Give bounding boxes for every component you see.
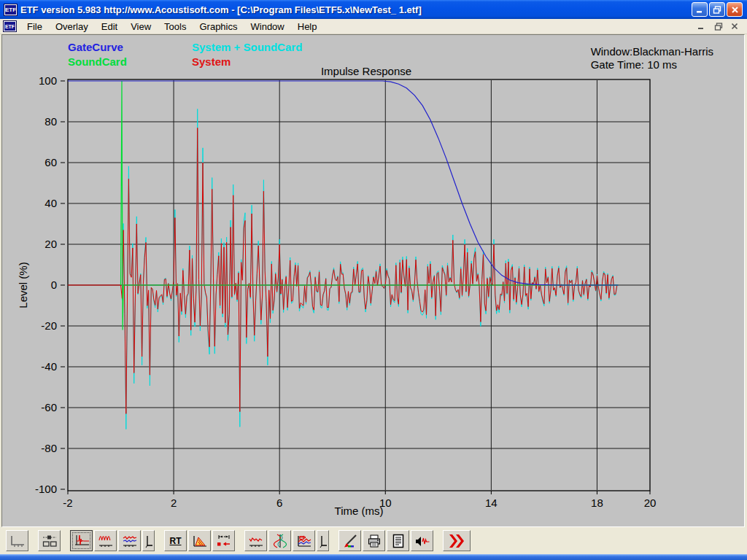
- menu-items: FileOverlayEditViewToolsGraphicsWindowHe…: [20, 19, 695, 34]
- taskbar-edge[interactable]: [0, 554, 747, 560]
- rt-label: RT: [170, 536, 182, 546]
- minimize-button[interactable]: [692, 2, 708, 17]
- legend-item: SoundCard: [68, 55, 192, 70]
- waterfall-icon: [191, 534, 209, 548]
- minimize-icon: [695, 6, 704, 13]
- legend-item: System + SoundCard: [192, 41, 316, 55]
- impulse-response-plot: 100806040200-20-40-60-80-100-22610141820: [2, 35, 746, 528]
- overlay-curves-icon: [121, 534, 139, 548]
- speaker-test-button[interactable]: [411, 530, 433, 551]
- menu-item-help[interactable]: Help: [291, 20, 324, 34]
- svg-text:40: 40: [44, 197, 57, 209]
- level-settings-icon: [41, 534, 58, 548]
- time-axis-icon: [9, 534, 26, 548]
- menu-item-graphics[interactable]: Graphics: [193, 20, 244, 34]
- waterfall-button[interactable]: [188, 530, 211, 551]
- svg-text:20: 20: [44, 238, 57, 250]
- time-axis-button[interactable]: [6, 530, 28, 551]
- y-axis-label: Level (%): [17, 262, 29, 308]
- speaker-test-icon: [414, 534, 431, 548]
- mdi-close-icon: [731, 23, 739, 30]
- mdi-restore-button[interactable]: [712, 21, 724, 31]
- mdi-minimize-icon: [697, 23, 705, 30]
- play-icon: [446, 533, 468, 549]
- menu-bar: ETF FileOverlayEditViewToolsGraphicsWind…: [0, 19, 747, 34]
- axis-small-button-2[interactable]: [317, 530, 329, 551]
- title-bar: ETF ETF version 5.983 http://www.Acousti…: [0, 0, 747, 19]
- impulse-response-button[interactable]: [70, 530, 93, 551]
- svg-text:18: 18: [591, 497, 603, 509]
- mdi-close-button[interactable]: [729, 21, 741, 31]
- svg-text:14: 14: [485, 497, 498, 509]
- color-edit-button[interactable]: [338, 530, 361, 551]
- analysis-info: Window:Blackman-Harris Gate Time: 10 ms: [591, 45, 713, 71]
- legend-item: GateCurve: [68, 41, 192, 55]
- axis-small-icon: [144, 534, 153, 548]
- axis-small-button-1[interactable]: [142, 530, 155, 551]
- play-measure-button[interactable]: [443, 530, 471, 551]
- legend: GateCurveSoundCardSystem + SoundCardSyst…: [68, 41, 316, 70]
- svg-text:20: 20: [644, 497, 657, 509]
- svg-text:0: 0: [51, 279, 57, 291]
- svg-text:-100: -100: [35, 483, 57, 495]
- report-button[interactable]: [387, 530, 409, 551]
- print-icon: [365, 534, 383, 548]
- menu-item-window[interactable]: Window: [244, 20, 291, 34]
- svg-text:80: 80: [44, 115, 57, 128]
- print-button[interactable]: [363, 530, 385, 551]
- mdi-minimize-button[interactable]: [695, 21, 708, 31]
- menu-item-overlay[interactable]: Overlay: [49, 20, 95, 34]
- combined-chart-icon: [295, 534, 313, 548]
- close-icon: [731, 6, 739, 14]
- mdi-restore-icon: [714, 23, 723, 31]
- bottom-toolbar: RT: [0, 527, 747, 554]
- menu-item-view[interactable]: View: [124, 20, 158, 34]
- app-icon[interactable]: ETF: [4, 4, 17, 15]
- close-button[interactable]: [727, 2, 743, 17]
- rt-reverb-time-button[interactable]: RT: [164, 530, 187, 551]
- frequency-response-icon: [97, 534, 115, 548]
- phase-waves-button[interactable]: [268, 530, 291, 551]
- menu-item-file[interactable]: File: [20, 20, 49, 34]
- report-icon: [390, 534, 407, 548]
- x-axis-label: Time (ms): [286, 505, 432, 517]
- menu-item-edit[interactable]: Edit: [95, 20, 124, 34]
- svg-text:60: 60: [44, 156, 57, 168]
- svg-text:2: 2: [171, 497, 177, 509]
- response-chart-icon: [247, 534, 265, 548]
- svg-text:-80: -80: [41, 442, 57, 454]
- frequency-response-button[interactable]: [94, 530, 117, 551]
- phase-waves-icon: [271, 534, 289, 548]
- response-chart-button[interactable]: [244, 530, 267, 551]
- axis-small-icon: [319, 534, 328, 548]
- restore-button[interactable]: [709, 2, 725, 17]
- overlay-curves-button[interactable]: [118, 530, 141, 551]
- svg-text:-20: -20: [41, 319, 57, 332]
- svg-text:100: 100: [39, 74, 57, 87]
- gate-time-label: Gate Time: 10 ms: [591, 58, 713, 71]
- window-function-label: Window:Blackman-Harris: [591, 45, 713, 58]
- document-icon[interactable]: ETF: [4, 21, 16, 31]
- svg-text:-2: -2: [63, 497, 72, 509]
- combined-chart-button[interactable]: [293, 530, 315, 551]
- window-title: ETF version 5.983 http://www.Acoustisoft…: [20, 4, 692, 15]
- restore-icon: [713, 6, 721, 14]
- gate-markers-icon: [215, 534, 233, 548]
- impulse-response-icon: [73, 534, 90, 548]
- menu-item-tools[interactable]: Tools: [158, 20, 193, 34]
- gate-markers-button[interactable]: [212, 530, 235, 551]
- plot-title: Impulse Response: [286, 65, 446, 77]
- chart-view: 100806040200-20-40-60-80-100-22610141820…: [1, 34, 745, 527]
- svg-text:6: 6: [276, 497, 282, 509]
- svg-text:-40: -40: [41, 360, 57, 373]
- level-settings-button[interactable]: [38, 530, 61, 551]
- color-edit-icon: [341, 534, 359, 548]
- svg-text:-60: -60: [41, 401, 57, 413]
